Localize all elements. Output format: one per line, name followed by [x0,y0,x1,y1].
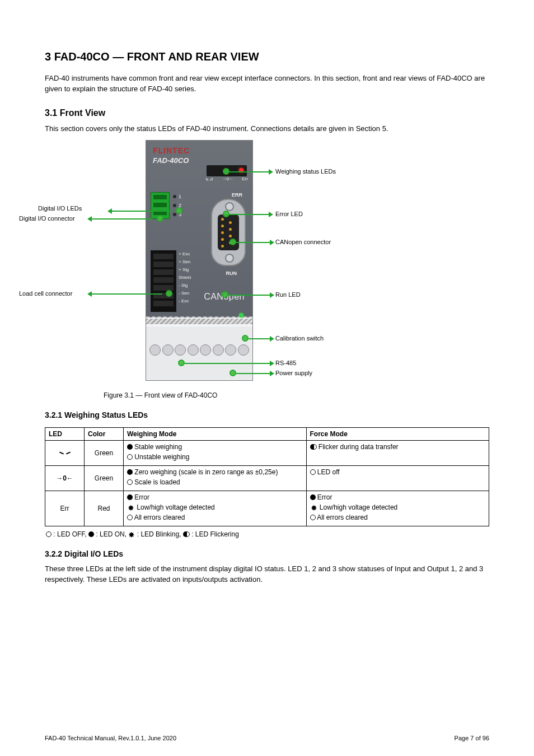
th-force: Force Mode [306,427,489,440]
table-legend: : LED OFF, : LED ON, ✸ : LED Blinking, :… [46,530,489,539]
device-model: FAD-40CO [153,156,189,165]
device-figure: FLINTEC FAD-40CO ⊾⊿ →0← Err 1 2 3 ERR [146,140,414,381]
intro-para-1: FAD-40 instruments have common front and… [45,73,489,95]
stable-icon [59,451,71,455]
callout-cal-switch: Calibration switch [275,335,324,342]
device-brand: FLINTEC [153,146,190,155]
load-cell-connector [151,250,176,312]
callout-canopen-conn: CANopen connector [275,239,331,245]
heading-221: 3.2.1 Weighing Status LEDs [45,410,489,419]
signal-labels: + Exc + Sen + Sig Shield - Sig - Sen - E… [179,250,191,305]
page-footer: FAD-40 Technical Manual, Rev.1.0.1, June… [45,735,489,741]
callout-io-conn: Digital I/O connector [19,215,75,222]
callout-error-led: Error LED [275,211,303,217]
err-label: ERR [232,192,242,198]
th-weigh: Weighing Mode [124,427,307,440]
zero-icon: 0 [56,474,73,482]
th-led: LED [45,427,85,440]
calibration-switch-icon [239,313,243,318]
status-led-labels: ⊾⊿ →0← Err [205,176,248,181]
table-row: 0 Green Zero weighing (scale is in zero … [45,465,489,491]
callout-power: Power supply [275,370,312,376]
callout-io-leds: Digital I/O LEDs [38,205,82,212]
section-title: 3 FAD-40CO — FRONT AND REAR VIEW [45,50,489,63]
callout-lc-conn: Load cell connector [19,290,72,297]
callout-run-led: Run LED [275,291,301,298]
canopen-connector [211,199,246,266]
footer-left: FAD-40 Technical Manual, Rev.1.0.1, June… [45,735,176,741]
footer-right: Page 7 of 96 [455,735,489,741]
subsection-front-view: 3.1 Front View [45,108,489,118]
bottom-terminals [149,344,249,360]
callout-rs485: RS-485 [275,360,296,366]
table-row: Green Stable weighing Unstable weighing … [45,440,489,465]
digital-io-leds: 1 2 3 [173,192,181,219]
device-photo: FLINTEC FAD-40CO ⊾⊿ →0← Err 1 2 3 ERR [146,140,253,381]
table-row: Err Red Error ✸ Low/high voltage detecte… [45,491,489,526]
heading-222: 3.2.2 Digital I/O LEDs [45,549,489,558]
figure-caption: Figure 3.1 — Front view of FAD-40CO [104,391,489,400]
status-led-table: LED Color Weighing Mode Force Mode Green… [45,427,489,526]
io-led-text: These three LEDs at the left side of the… [45,564,489,585]
intro-para-2: This section covers only the status LEDs… [45,124,489,134]
callout-status-leds: Weighing status LEDs [275,168,336,175]
th-color: Color [85,427,124,440]
run-label: RUN [226,270,237,276]
